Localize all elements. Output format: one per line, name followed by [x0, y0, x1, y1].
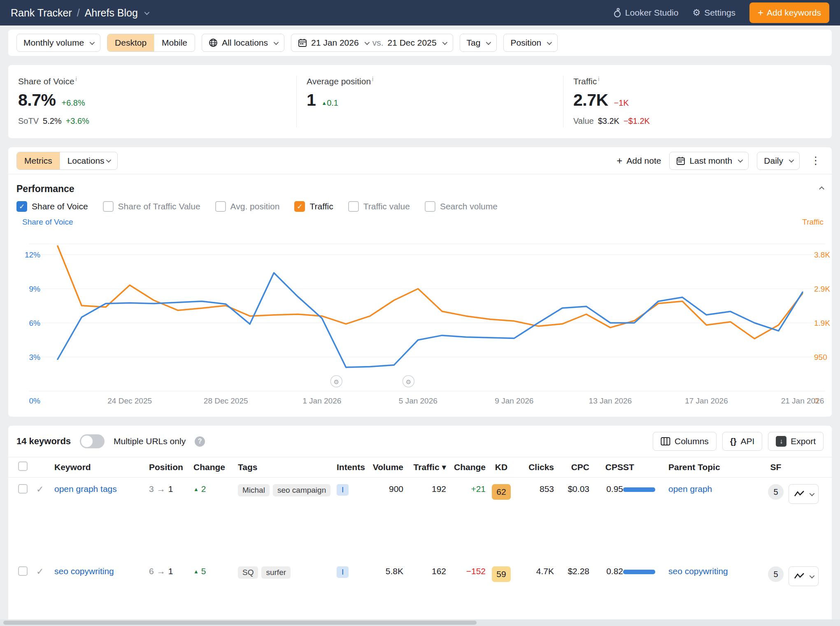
- keyword-link[interactable]: seo copywriting: [54, 566, 114, 576]
- header-traffic-change[interactable]: Change: [446, 462, 486, 472]
- header-tags[interactable]: Tags: [238, 462, 337, 472]
- svg-text:9%: 9%: [29, 285, 41, 293]
- row-checkbox[interactable]: [18, 484, 28, 494]
- add-keywords-button[interactable]: + Add keywords: [749, 2, 829, 23]
- chevron-down-icon: [364, 39, 370, 45]
- info-icon[interactable]: i: [372, 76, 373, 82]
- metric-avg-position[interactable]: ✓ Avg. position: [215, 201, 280, 212]
- chevron-down-icon: [789, 158, 794, 163]
- checkbox-checked[interactable]: ✓: [294, 201, 305, 212]
- traffic-change-cell: −152: [446, 566, 486, 576]
- chevron-down-icon: [810, 491, 815, 496]
- export-button[interactable]: ↓ Export: [768, 432, 824, 451]
- header-keyword[interactable]: Keyword: [54, 462, 149, 472]
- metric-search-volume[interactable]: ✓ Search volume: [425, 201, 498, 212]
- date-compare: 21 Dec 2025: [388, 38, 437, 48]
- volume-mode-select[interactable]: Monthly volume: [16, 34, 100, 52]
- triangle-up-icon: ▲: [321, 100, 327, 106]
- metric-share-of-traffic-value[interactable]: ✓ Share of Traffic Value: [103, 201, 200, 212]
- tab-locations[interactable]: Locations: [60, 152, 117, 169]
- row-checkbox[interactable]: [18, 566, 28, 576]
- add-note-button[interactable]: + Add note: [617, 155, 661, 167]
- breadcrumb[interactable]: Rank Tracker / Ahrefs Blog: [11, 7, 148, 19]
- info-icon[interactable]: i: [598, 76, 599, 82]
- header-clicks[interactable]: Clicks: [517, 462, 554, 472]
- intent-badge[interactable]: I: [337, 484, 349, 496]
- checkbox-unchecked[interactable]: ✓: [425, 201, 435, 212]
- trend-icon: [794, 490, 805, 498]
- traffic-change: −1K: [614, 98, 629, 108]
- trend-icon: [794, 572, 805, 580]
- info-icon[interactable]: i: [76, 76, 77, 82]
- intents-cell: I: [337, 566, 365, 578]
- intent-badge[interactable]: I: [337, 566, 349, 578]
- checkbox-unchecked[interactable]: ✓: [215, 201, 226, 212]
- header-intents[interactable]: Intents: [337, 462, 365, 472]
- position-filter[interactable]: Position: [503, 34, 558, 52]
- header-cps[interactable]: CPS: [589, 462, 623, 472]
- checkbox-checked[interactable]: ✓: [16, 201, 27, 212]
- chevron-down-icon: [90, 39, 95, 45]
- location-select[interactable]: All locations: [202, 34, 284, 52]
- header-sf[interactable]: SF: [763, 462, 789, 472]
- serp-chart-button[interactable]: [789, 484, 819, 504]
- date-range-select[interactable]: Last month: [669, 152, 749, 170]
- intents-cell: I: [337, 484, 365, 496]
- top-navbar: Rank Tracker / Ahrefs Blog Looker Studio…: [0, 0, 840, 26]
- keyword-link[interactable]: open graph tags: [54, 484, 117, 494]
- header-kd[interactable]: KD: [486, 462, 517, 472]
- braces-icon: {}: [730, 437, 737, 446]
- metric-share-of-voice[interactable]: ✓ Share of Voice: [16, 201, 88, 212]
- parent-topic-link[interactable]: seo copywriting: [668, 566, 728, 576]
- header-volume[interactable]: Volume: [365, 462, 403, 472]
- tag-filter[interactable]: Tag: [460, 34, 497, 52]
- looker-studio-link[interactable]: Looker Studio: [613, 8, 679, 18]
- multiple-urls-toggle[interactable]: [80, 434, 105, 448]
- svg-text:21 Jan 2026: 21 Jan 2026: [781, 396, 824, 405]
- position-change-cell: ▲ 5: [193, 566, 238, 576]
- scrollbar-thumb[interactable]: [3, 621, 477, 625]
- chevron-down-icon: [810, 573, 815, 578]
- tag-pill[interactable]: seo campaign: [273, 484, 330, 496]
- device-option-mobile[interactable]: Mobile: [154, 34, 195, 51]
- parent-topic-link[interactable]: open graph: [668, 484, 712, 494]
- traffic-cell: 162: [403, 566, 446, 576]
- sort-desc-icon: ▾: [442, 462, 446, 472]
- tags-cell: SQsurfer: [238, 566, 337, 579]
- device-option-desktop[interactable]: Desktop: [107, 34, 154, 51]
- breadcrumb-separator: /: [77, 7, 80, 19]
- tag-pill[interactable]: SQ: [238, 566, 258, 579]
- tag-pill[interactable]: Michal: [238, 484, 270, 496]
- value-label: Value: [573, 116, 594, 126]
- collapse-chevron-icon[interactable]: [819, 186, 824, 192]
- looker-studio-icon: [613, 8, 621, 18]
- tab-metrics[interactable]: Metrics: [17, 152, 60, 169]
- date-compare-select[interactable]: 21 Jan 2026 vs. 21 Dec 2025: [291, 34, 453, 52]
- horizontal-scrollbar[interactable]: [0, 619, 840, 626]
- header-position[interactable]: Position: [149, 462, 193, 472]
- api-button[interactable]: {} API: [722, 432, 762, 451]
- svg-text:24 Dec 2025: 24 Dec 2025: [107, 396, 152, 405]
- settings-link[interactable]: ⚙ Settings: [692, 7, 735, 18]
- performance-chart[interactable]: 0%3%6%9%12%09501.9K2.9K3.8K24 Dec 202528…: [16, 229, 830, 410]
- serp-chart-button[interactable]: [789, 566, 819, 586]
- triangle-up-icon: ▲: [193, 568, 199, 575]
- header-parent-topic[interactable]: Parent Topic: [668, 462, 763, 472]
- kebab-menu-icon[interactable]: ⋮: [808, 154, 824, 167]
- header-cpc[interactable]: CPC: [554, 462, 589, 472]
- project-name[interactable]: Ahrefs Blog: [85, 7, 138, 19]
- checkbox-unchecked[interactable]: ✓: [348, 201, 359, 212]
- metric-traffic-value[interactable]: ✓ Traffic value: [348, 201, 410, 212]
- granularity-select[interactable]: Daily: [757, 152, 800, 170]
- header-traffic[interactable]: Traffic ▾: [403, 462, 446, 472]
- checkbox-unchecked[interactable]: ✓: [103, 201, 114, 212]
- help-icon[interactable]: ?: [195, 436, 205, 447]
- svg-text:13 Jan 2026: 13 Jan 2026: [589, 396, 632, 405]
- traffic-stat: Traffici 2.7K −1K Value $3.2K −$1.2K: [563, 76, 832, 128]
- columns-button[interactable]: Columns: [653, 432, 717, 451]
- header-st[interactable]: ST: [623, 462, 668, 472]
- select-all-checkbox[interactable]: [18, 461, 28, 471]
- metric-traffic[interactable]: ✓ Traffic: [294, 201, 333, 212]
- tag-pill[interactable]: surfer: [261, 566, 291, 579]
- header-change[interactable]: Change: [193, 462, 238, 472]
